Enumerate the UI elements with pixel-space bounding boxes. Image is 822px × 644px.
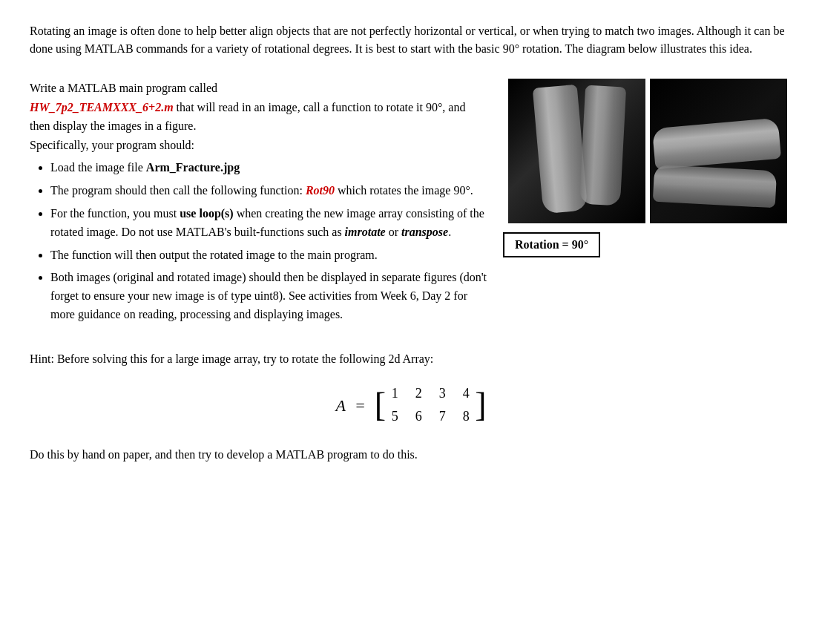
rotation-label: Rotation = 90° [503,232,600,257]
cell-2-3: 7 [435,406,449,427]
bullet3-end: . [448,226,451,238]
matrix-row-1: 1 2 3 4 [388,383,473,404]
cell-2-1: 5 [388,406,401,427]
cell-2-2: 6 [412,406,425,427]
left-bracket: [ [375,388,386,422]
bullet-1: Load the image file Arm_Fracture.jpg [50,159,488,177]
matrix-bracket-wrap: [ 1 2 3 4 5 6 7 8 ] [375,383,487,427]
write-line1: Write a MATLAB main program called [30,82,217,94]
cell-1-1: 1 [388,383,401,404]
right-content: Rotation = 90° [503,79,792,329]
bullet-4: The function will then output the rotate… [50,246,488,265]
intro-paragraph: Rotating an image is often done to help … [30,22,786,58]
left-content: Write a MATLAB main program called HW_7p… [30,79,488,329]
footer-text: Do this by hand on paper, and then try t… [30,445,792,464]
bullet5-text: Both images (original and rotated image)… [50,271,487,321]
cell-2-4: 8 [459,406,473,427]
write-line3: Specifically, your program should: [30,139,194,151]
bullet3-before: For the function, you must [50,207,180,220]
bullet3-bold: use loop(s) [180,207,233,220]
bullet1-bold: Arm_Fracture.jpg [146,161,240,174]
write-section: Write a MATLAB main program called HW_7p… [30,79,488,154]
matrix-expression: A = [ 1 2 3 4 5 6 7 8 [336,383,487,427]
bullet1-before: Load the image file [50,161,146,174]
bullet2-after: which rotates the image 90°. [335,184,473,197]
xray-original [508,79,645,223]
hint-text: Hint: Before solving this for a large im… [30,349,792,369]
bullet2-before: The program should then call the followi… [50,184,306,197]
matrix-rows: 1 2 3 4 5 6 7 8 [388,383,473,427]
cell-1-3: 3 [435,383,449,404]
main-section: Write a MATLAB main program called HW_7p… [30,79,792,329]
rot90-ref: Rot90 [306,184,335,197]
requirements-list: Load the image file Arm_Fracture.jpg The… [30,159,488,323]
bullet4-text: The function will then output the rotate… [50,249,378,261]
bullet-3: For the function, you must use loop(s) w… [50,205,488,242]
cell-1-2: 2 [412,383,425,404]
transpose-ref: transpose [401,226,448,238]
bullet-5: Both images (original and rotated image)… [50,269,488,323]
imrotate-ref: imrotate [345,226,386,238]
right-bracket: ] [475,388,486,422]
cell-1-4: 4 [459,383,473,404]
bullet-2: The program should then call the followi… [50,182,488,200]
matrix-equals: = [355,392,366,418]
matrix-variable: A [336,392,346,418]
matrix-section: A = [ 1 2 3 4 5 6 7 8 [30,383,792,427]
hint-section: Hint: Before solving this for a large im… [30,349,792,464]
matrix-row-2: 5 6 7 8 [388,406,473,427]
bullet3-or: or [386,226,401,238]
filename-text: HW_7p2_TEAMXXX_6+2.m [30,101,174,114]
xray-rotated [650,79,787,223]
xray-images-row [508,79,787,223]
